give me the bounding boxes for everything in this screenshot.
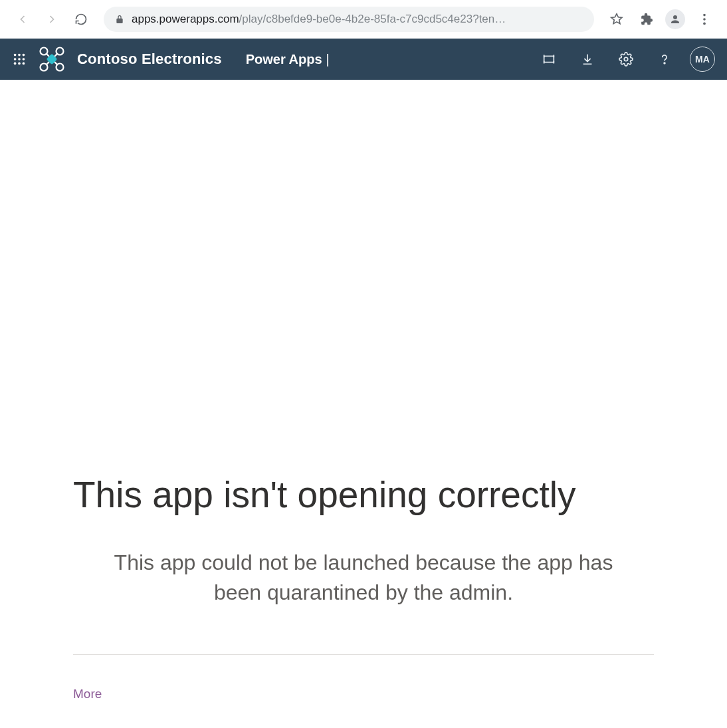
person-icon	[669, 13, 681, 25]
more-vert-icon	[697, 12, 712, 27]
gear-icon	[619, 52, 633, 66]
star-icon	[609, 12, 624, 27]
app-name-label: Power Apps |	[246, 52, 330, 67]
svg-point-3	[14, 54, 17, 57]
svg-point-6	[14, 58, 17, 61]
help-icon	[657, 52, 672, 66]
svg-point-7	[18, 58, 21, 61]
error-message: This app could not be launched because t…	[91, 548, 636, 608]
url-host: apps.powerapps.com	[132, 13, 239, 25]
content-area: This app isn't opening correctly This ap…	[0, 80, 727, 728]
download-button[interactable]	[574, 46, 601, 72]
svg-point-10	[18, 62, 21, 65]
lock-icon	[114, 14, 125, 25]
app-launcher-button[interactable]	[12, 52, 27, 66]
forward-button[interactable]	[40, 7, 64, 31]
error-title: This app isn't opening correctly	[73, 473, 654, 517]
extensions-button[interactable]	[634, 7, 658, 31]
svg-point-18	[624, 57, 628, 61]
brand-logo	[39, 46, 65, 72]
svg-rect-17	[544, 56, 554, 62]
fit-icon	[542, 52, 556, 66]
chrome-menu-button[interactable]	[692, 7, 716, 31]
url-text: apps.powerapps.com/play/c8befde9-be0e-4b…	[132, 13, 583, 26]
svg-point-11	[23, 62, 25, 65]
svg-point-9	[14, 62, 17, 65]
download-icon	[580, 52, 595, 66]
arrow-left-icon	[16, 13, 29, 26]
svg-point-19	[664, 62, 665, 64]
help-button[interactable]	[651, 46, 678, 72]
svg-point-8	[23, 58, 25, 61]
profile-button[interactable]	[663, 7, 687, 31]
bookmark-button[interactable]	[605, 7, 629, 31]
svg-point-0	[703, 14, 706, 17]
back-button[interactable]	[11, 7, 35, 31]
user-avatar[interactable]: MA	[690, 47, 715, 72]
reload-icon	[74, 13, 88, 26]
svg-point-2	[703, 23, 706, 25]
address-bar[interactable]: apps.powerapps.com/play/c8befde9-be0e-4b…	[104, 7, 594, 32]
brand-name: Contoso Electronics	[77, 51, 222, 68]
divider-line	[73, 654, 654, 655]
app-label-divider: |	[326, 52, 330, 67]
svg-point-5	[23, 54, 25, 57]
svg-point-4	[18, 54, 21, 57]
puzzle-icon	[639, 12, 653, 27]
error-block: This app isn't opening correctly This ap…	[73, 473, 654, 728]
settings-button[interactable]	[613, 46, 639, 72]
browser-chrome: apps.powerapps.com/play/c8befde9-be0e-4b…	[0, 0, 727, 39]
app-topbar: Contoso Electronics Power Apps | MA	[0, 39, 727, 80]
svg-point-1	[703, 18, 706, 21]
more-link[interactable]: More	[73, 687, 102, 701]
drone-icon	[39, 46, 65, 72]
profile-avatar	[665, 9, 685, 29]
app-label-text: Power Apps	[246, 52, 322, 67]
arrow-right-icon	[45, 13, 58, 26]
avatar-initials: MA	[695, 54, 710, 64]
fit-to-window-button[interactable]	[536, 46, 562, 72]
url-path: /play/c8befde9-be0e-4b2e-85fa-c7c9cd5c4e…	[239, 13, 506, 25]
waffle-icon	[12, 52, 27, 66]
reload-button[interactable]	[69, 7, 93, 31]
